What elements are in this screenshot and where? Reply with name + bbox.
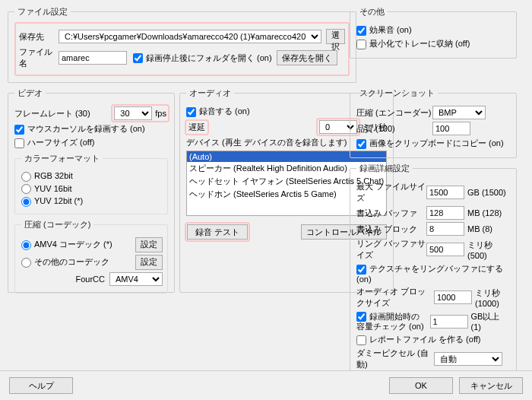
file-settings-group: ファイル設定 保存先 C:¥Users¥pcgamer¥Downloads¥am… <box>8 6 356 83</box>
yuv12-radio[interactable]: YUV 12bit (*) <box>21 196 83 207</box>
dummy-label: ダミーピクセル (自動) <box>356 348 434 370</box>
ok-button[interactable]: OK <box>389 377 453 394</box>
clipboard-checkbox[interactable]: 画像をクリップボードにコピー (on) <box>356 138 504 149</box>
codec-group: 圧縮 (コーデック) AMV4 コーデック (*) 設定 その他のコーデック 設… <box>14 219 168 294</box>
report-checkbox[interactable]: レポートファイル を作る (off) <box>356 334 480 345</box>
file-settings-legend: ファイル設定 <box>14 6 71 17</box>
audio-rec-checkbox[interactable]: 録音する (on) <box>186 106 250 117</box>
screenshot-legend: スクリーンショット <box>356 87 438 99</box>
audblk-input[interactable] <box>434 290 472 304</box>
colorformat-group: カラーフォーマット RGB 32bit YUV 16bit YUV 12bit … <box>14 153 168 214</box>
other-codec-radio[interactable]: その他のコーデック <box>21 256 135 268</box>
dest-select-button[interactable]: 選択 <box>326 29 345 44</box>
dest-select[interactable]: C:¥Users¥pcgamer¥Downloads¥amarecco420 (… <box>59 30 321 43</box>
wblk-input[interactable] <box>426 222 464 236</box>
maxfile-input[interactable] <box>426 186 464 199</box>
video-legend: ビデオ <box>14 87 46 99</box>
dest-label: 保存先 <box>19 31 59 43</box>
capchk-unit: GB以上 (1) <box>471 311 510 332</box>
codec-set1-button[interactable]: 設定 <box>135 237 163 252</box>
quality-label: 品質 (100) <box>356 123 432 135</box>
texture-ring-checkbox[interactable]: テクスチャをリングバッファにする (on) <box>356 263 510 284</box>
wbuf-unit: MB (128) <box>467 208 502 217</box>
framerate-unit: fps <box>155 109 166 118</box>
ring-unit: ミリ秒 (500) <box>467 240 510 260</box>
amv4-radio[interactable]: AMV4 コーデック (*) <box>21 239 135 250</box>
yuv16-radio[interactable]: YUV 16bit <box>21 184 72 195</box>
screenshot-group: スクリーンショット 圧縮 (エンコーダー)BMP 品質 (100) 画像をクリッ… <box>350 87 517 158</box>
encoder-select[interactable]: BMP <box>432 106 486 119</box>
filename-label: ファイル名 <box>19 46 59 69</box>
capchk-checkbox[interactable]: 録画開始時の 容量チェック (on) <box>356 312 430 332</box>
maxfile-label: 最大 ファイルサイズ <box>356 181 426 204</box>
maxfile-unit: GB (1500) <box>467 188 506 197</box>
codec-set2-button[interactable]: 設定 <box>135 255 163 270</box>
video-group: ビデオ フレームレート (30) 30 fps マウスカーソルを録画する (on… <box>8 87 175 293</box>
tray-checkbox[interactable]: 最小化でトレーに収納 (off) <box>356 38 470 49</box>
misc-group: その他 効果音 (on) 最小化でトレーに収納 (off) <box>350 6 517 59</box>
dialog-footer: ヘルプ OK キャンセル <box>0 370 532 400</box>
wbuf-label: 書込み バッファ <box>356 208 426 219</box>
audio-legend: オーディオ <box>186 87 234 99</box>
framerate-label: フレームレート (30) <box>14 108 90 119</box>
audblk-unit: ミリ秒 (1000) <box>475 287 510 308</box>
open-folder-checkbox[interactable]: 録画停止後にフォルダを開く (on) <box>133 52 272 64</box>
delay-label: 遅延 <box>188 122 205 132</box>
fourcc-label: FourCC <box>21 275 109 284</box>
filename-input[interactable] <box>59 51 127 65</box>
open-dest-button[interactable]: 保存先を開く <box>277 50 337 65</box>
ring-input[interactable] <box>426 243 464 256</box>
help-button[interactable]: ヘルプ <box>9 377 73 394</box>
wblk-unit: MB (8) <box>467 224 492 233</box>
quality-input[interactable] <box>432 122 470 135</box>
halfsize-checkbox[interactable]: ハーフサイズ (off) <box>14 137 94 148</box>
colorformat-legend: カラーフォーマット <box>21 153 103 164</box>
sfx-checkbox[interactable]: 効果音 (on) <box>356 24 412 36</box>
misc-legend: その他 <box>356 6 388 17</box>
ring-label: リング バッファサイズ <box>356 238 426 261</box>
device-label: デバイス (再生 デバイスの音を録音します) <box>186 137 347 148</box>
cursor-checkbox[interactable]: マウスカーソルを録画する (on) <box>14 123 145 135</box>
rec-detail-group: 録画詳細設定 最大 ファイルサイズGB (1500) 書込み バッファMB (1… <box>350 163 517 379</box>
framerate-select[interactable]: 30 <box>114 106 152 120</box>
audblk-label: オーディオ ブロックサイズ <box>356 286 434 309</box>
cancel-button[interactable]: キャンセル <box>459 377 523 394</box>
codec-legend: 圧縮 (コーデック) <box>21 219 93 230</box>
audio-test-button[interactable]: 録音 テスト <box>187 224 248 240</box>
wblk-label: 書込み ブロック <box>356 224 426 235</box>
wbuf-input[interactable] <box>426 206 464 220</box>
capchk-input[interactable] <box>430 315 468 329</box>
fourcc-select[interactable]: AMV4 <box>109 272 163 286</box>
rgb32-radio[interactable]: RGB 32bit <box>21 171 73 182</box>
dummy-select[interactable]: 自動 <box>434 352 502 366</box>
encoder-label: 圧縮 (エンコーダー) <box>356 107 432 119</box>
rec-detail-legend: 録画詳細設定 <box>356 163 413 174</box>
